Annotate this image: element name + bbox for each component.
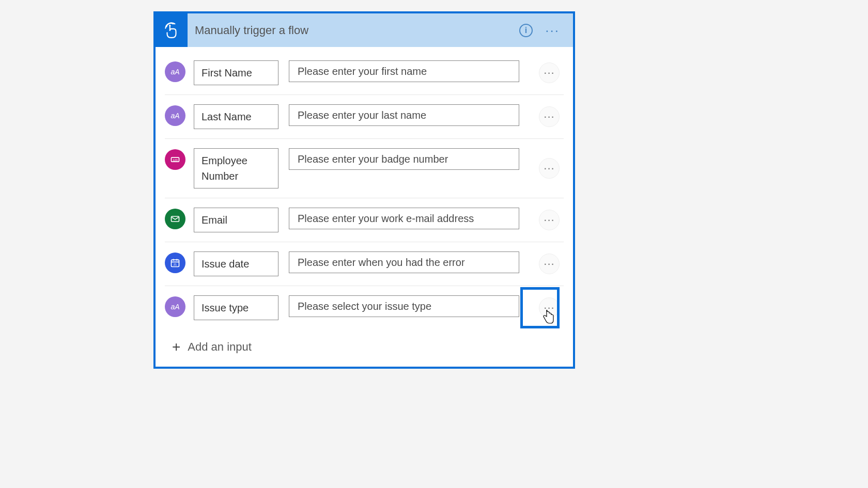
input-description-field[interactable] (289, 295, 519, 317)
input-description-input[interactable] (289, 209, 519, 229)
add-input-button[interactable]: + Add an input (156, 329, 573, 367)
row-more-icon[interactable]: ··· (539, 62, 560, 83)
input-description-field[interactable] (289, 148, 519, 170)
input-row: aALast Name··· (165, 95, 564, 139)
card-header: Manually trigger a flow i ··· (156, 13, 573, 47)
input-description-input[interactable] (289, 253, 519, 273)
row-more-icon[interactable]: ··· (539, 106, 560, 127)
add-input-label: Add an input (188, 340, 252, 354)
row-more-icon[interactable]: ··· (539, 297, 560, 318)
trigger-icon (156, 13, 188, 47)
row-more-icon[interactable]: ··· (539, 210, 560, 230)
input-name-field[interactable]: Issue date (194, 251, 278, 276)
text-type-icon: aA (165, 61, 185, 82)
input-name-field[interactable]: Employee Number (194, 148, 278, 188)
row-more-icon[interactable]: ··· (539, 158, 560, 179)
input-row: aAFirst Name··· (165, 51, 564, 95)
row-more-icon[interactable]: ··· (539, 254, 560, 274)
text-type-icon: aA (165, 296, 185, 317)
input-row: 123Employee Number··· (165, 139, 564, 198)
date-type-icon: 21 (165, 253, 185, 273)
svg-text:21: 21 (174, 263, 177, 266)
text-type-icon: aA (165, 105, 185, 126)
header-title: Manually trigger a flow (195, 24, 308, 37)
input-description-field[interactable] (289, 60, 519, 82)
email-type-icon (165, 209, 185, 229)
input-name-field[interactable]: Issue type (194, 295, 278, 320)
svg-text:123: 123 (173, 159, 178, 162)
input-name-field[interactable]: First Name (194, 60, 278, 85)
input-description-field[interactable] (289, 104, 519, 126)
input-row: aAIssue type··· (165, 286, 564, 329)
input-description-input[interactable] (289, 296, 519, 317)
plus-icon: + (172, 340, 180, 354)
info-icon[interactable]: i (519, 24, 533, 37)
input-description-input[interactable] (289, 149, 519, 169)
header-more-icon[interactable]: ··· (545, 22, 560, 38)
input-description-input[interactable] (289, 61, 519, 82)
input-row: Email··· (165, 198, 564, 242)
number-type-icon: 123 (165, 149, 185, 170)
input-name-field[interactable]: Last Name (194, 104, 278, 129)
trigger-card: Manually trigger a flow i ··· aAFirst Na… (153, 11, 575, 369)
input-description-field[interactable] (289, 251, 519, 273)
input-row: 21Issue date··· (165, 242, 564, 286)
input-description-input[interactable] (289, 105, 519, 125)
svg-point-0 (169, 24, 171, 26)
input-name-field[interactable]: Email (194, 208, 278, 232)
inputs-area: aAFirst Name···aALast Name···123Employee… (156, 47, 573, 329)
input-description-field[interactable] (289, 208, 519, 229)
